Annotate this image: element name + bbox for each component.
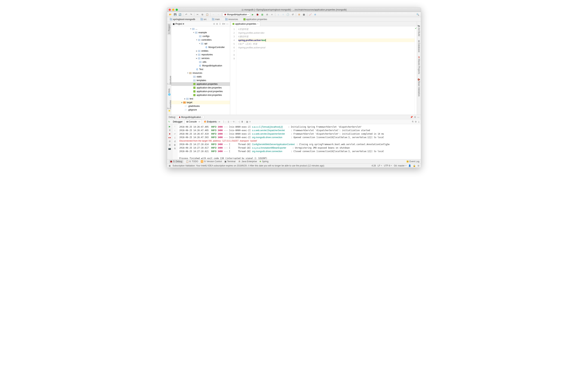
clear-icon[interactable]: 🗑 [174,144,176,146]
camera-icon[interactable]: 📷 [168,147,171,150]
hide-icon[interactable]: — [417,116,419,119]
ide-icon[interactable]: ▦ [302,12,306,17]
profile-icon[interactable]: ⊘ [265,12,269,17]
debug-icon[interactable]: 🐞 [255,12,260,17]
inspector-icon[interactable]: 👤 [408,164,411,167]
vcs-update-icon[interactable]: ↓ [276,12,280,17]
editor-tab-active[interactable]: application.properties × [231,21,260,26]
pin-icon[interactable]: 📌 [410,116,413,119]
cut-icon[interactable]: ✂ [196,12,200,17]
collapse-icon[interactable]: ⊖ [213,23,215,25]
step-out-icon[interactable]: ↑ [231,120,231,123]
paste-icon[interactable]: 📋 [205,12,209,17]
gear-icon[interactable]: ⚙ [414,116,416,119]
coverage-icon[interactable]: ▦ [260,12,264,17]
breadcrumb[interactable]: resources [224,18,242,20]
breadcrumb[interactable]: springboot-mongodb [169,18,199,20]
stop-icon[interactable]: ■ [270,12,274,17]
run-icon[interactable]: ▶ [251,12,255,17]
tab-debugger[interactable]: Debugger [171,120,184,124]
save-icon[interactable]: 💾 [173,12,177,17]
search-icon[interactable]: 🔍 [416,12,420,17]
debug-config-tab[interactable]: 🐞 MongodbApplication × [177,115,204,119]
project-tree[interactable]: ▼... ▼example configs ▼controllers ▼api … [171,26,230,115]
force-step-icon[interactable]: ⇊ [228,120,229,123]
tab-spring[interactable]: ❀ Spring [259,160,268,163]
file-encoding[interactable]: UTF-8 ÷ [384,164,392,167]
forward-icon[interactable]: → [216,12,220,17]
back-icon[interactable]: ← [211,12,216,17]
settings-icon[interactable]: ⚙ [415,120,417,123]
breadcrumb[interactable]: src [199,18,211,20]
step-over-icon[interactable]: ⤵ [223,120,224,123]
tab-structure[interactable]: 7: Structure [167,74,172,86]
layout-icon[interactable]: ▦ [246,120,248,123]
chart-icon[interactable]: 📈 [308,12,312,17]
caret-position[interactable]: 4:28 [371,164,376,167]
breakpoints-icon[interactable]: ●● [168,136,171,139]
rerun-icon[interactable]: ↻ [168,120,170,123]
filter-icon[interactable]: ⚗ [174,147,176,150]
hide-icon[interactable]: — [226,23,229,25]
project-view-selector[interactable]: ▣ Project ▾ [173,23,184,25]
status-icon[interactable]: ▣ [169,164,171,167]
tab-favorites[interactable]: ⭐ 2: Favorites [167,98,172,113]
tab-bean-validation[interactable]: 🫘 Bean Validation [417,77,421,98]
vcs-commit-icon[interactable]: ↑ [281,12,285,17]
tab-terminal[interactable]: ▣ Terminal [224,160,235,163]
evaluate-icon[interactable]: 🖩 [241,120,243,123]
structure-icon[interactable]: ⊞ [297,12,301,17]
tab-java-enterprise[interactable]: ☕ Java Enterprise [238,160,257,163]
editor-lines[interactable]: #开发环境 #spring.profiles.active=dev #测试环境 … [236,26,415,115]
redo-icon[interactable]: ↷ [189,12,193,17]
tab-ant-build[interactable]: 🐜 Ant Build [417,23,421,37]
tab-event-log[interactable]: 3 Event Log [407,160,419,163]
console-output[interactable]: 2018-06-25 14:26:47.405 INFO 3498 --- [n… [178,124,421,159]
print-icon[interactable]: 🖨 [174,140,176,142]
git-branch[interactable]: Git: master ÷ [394,164,407,167]
close-icon[interactable]: × [202,116,203,119]
scroll-icon[interactable]: ↧ [219,23,221,25]
breadcrumb[interactable]: main [211,18,224,20]
code-editor[interactable]: 123 456 789 #开发环境 #spring.profiles.activ… [230,26,417,115]
undo-icon[interactable]: ↶ [184,12,188,17]
vcs-history-icon[interactable]: 🕓 [286,12,290,17]
export-icon[interactable]: ⤓ [418,120,420,123]
layout-icon[interactable]: ⊞ [169,144,171,146]
tab-database[interactable]: 🗄 Database [417,39,421,53]
scroll-end-icon[interactable]: ⤓ [174,136,176,139]
tab-endpoints[interactable]: 🔥 Endpoints →• [202,120,222,124]
tab-version-control[interactable]: 🔀 9: Version Control [201,160,222,163]
vcs-revert-icon[interactable]: ↺ [291,12,295,17]
run-to-cursor-icon[interactable]: →| [237,120,240,123]
line-separator[interactable]: LF ÷ [378,164,382,167]
tab-web[interactable]: 🌐 Web [168,87,171,97]
tab-console[interactable]: ▤ Console →• [185,120,202,124]
resume-icon[interactable]: ▶ [169,125,170,128]
drop-frame-icon[interactable]: ⟲ [233,120,234,123]
sync-icon[interactable]: 🔄 [178,12,182,17]
soft-wrap-icon[interactable]: ↩ [174,133,176,135]
copy-icon[interactable]: ⧉ [200,12,204,17]
tab-maven[interactable]: m Maven Projects [417,55,421,75]
run-config-selector[interactable]: 🐞 MongodbApplication ▾ [223,12,250,17]
memory-icon[interactable]: ⊞ [418,164,419,167]
target-icon[interactable]: ⊕ [216,23,218,25]
open-icon[interactable]: 📂 [168,12,172,17]
step-into-icon[interactable]: ↓ [225,120,226,123]
lock-icon[interactable]: 🔒 [413,164,416,167]
pause-icon[interactable]: ⏸ [169,129,171,131]
filter-icon[interactable]: ⚗ [412,120,414,123]
more-icon[interactable]: ≡ [249,120,251,123]
scroll-up-icon[interactable]: ↑ [174,125,175,128]
gear-icon[interactable]: ⚙▾ [222,23,225,25]
stop-icon[interactable]: ■ [169,133,170,135]
close-tab-icon[interactable]: × [257,23,258,25]
mute-icon[interactable]: ⊘ [169,140,171,142]
error-stripe[interactable]: ✔ [415,26,417,115]
scroll-down-icon[interactable]: ↓ [174,129,175,131]
tab-project[interactable]: 1: Project [168,23,171,35]
disable-icon[interactable]: ⊘ [313,12,317,17]
tab-todo[interactable]: 📋 6: TODO [186,160,198,163]
tab-debug[interactable]: 🐞5: Debug [169,160,183,163]
